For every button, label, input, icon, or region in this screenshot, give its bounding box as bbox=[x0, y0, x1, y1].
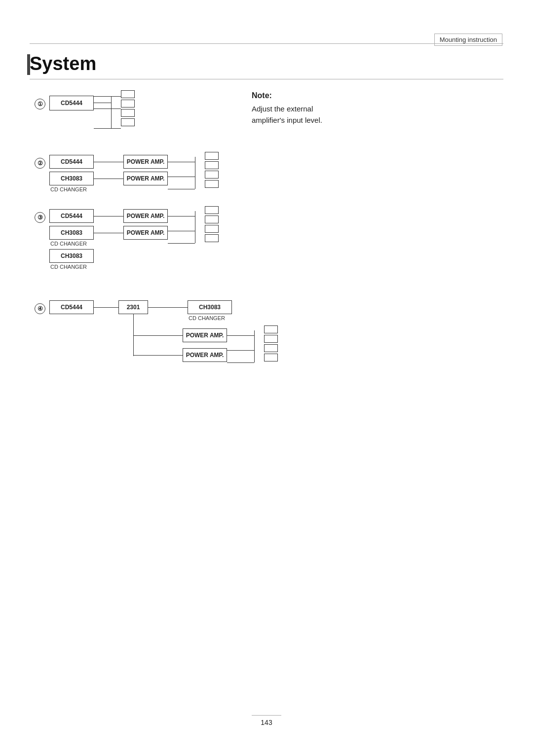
box-cd5444-1: CD5444 bbox=[49, 96, 94, 110]
speaker-rect bbox=[205, 216, 219, 223]
section-underline bbox=[30, 79, 503, 79]
box-cd5444-2a: CD5444 bbox=[49, 155, 94, 169]
line-1a bbox=[94, 96, 121, 97]
box-power-amp-4b: POWER AMP. bbox=[183, 348, 227, 362]
speaker-rect bbox=[205, 161, 219, 169]
vline-4b bbox=[254, 330, 255, 362]
label-cd-changer-3b: CD CHANGER bbox=[50, 264, 87, 270]
line-4d bbox=[133, 355, 183, 356]
box-cd5444-4: CD5444 bbox=[49, 300, 94, 314]
speaker-2 bbox=[205, 152, 219, 188]
line-2a bbox=[94, 162, 123, 162]
speaker-rect bbox=[205, 206, 219, 214]
line-1b bbox=[94, 108, 121, 109]
box-ch3083-3a: CH3083 bbox=[49, 226, 94, 240]
line-3b bbox=[168, 216, 195, 216]
speaker-rect bbox=[121, 100, 135, 108]
label-cd-changer-4: CD CHANGER bbox=[189, 315, 225, 321]
circle-3: ③ bbox=[35, 212, 45, 223]
vline-1 bbox=[111, 96, 112, 128]
speaker-rect bbox=[205, 180, 219, 188]
box-cd5444-3a: CD5444 bbox=[49, 209, 94, 223]
line-1d bbox=[94, 128, 121, 129]
label-cd-changer-2: CD CHANGER bbox=[50, 186, 87, 192]
line-3d bbox=[168, 243, 195, 244]
line-3e bbox=[94, 233, 123, 233]
speaker-rect bbox=[205, 152, 219, 160]
circle-4: ④ bbox=[35, 303, 45, 314]
line-4a bbox=[94, 307, 118, 308]
page-title: System bbox=[30, 53, 96, 74]
label-cd-changer-3a: CD CHANGER bbox=[50, 241, 87, 247]
speaker-rect bbox=[264, 325, 278, 333]
line-4g bbox=[227, 362, 254, 363]
circle-2: ② bbox=[35, 158, 45, 169]
line-2d bbox=[168, 189, 195, 189]
speaker-rect bbox=[205, 225, 219, 233]
speaker-rect bbox=[264, 335, 278, 343]
line-2b bbox=[168, 162, 195, 162]
speaker-rect bbox=[121, 118, 135, 126]
speaker-rect bbox=[205, 234, 219, 242]
line-1c bbox=[94, 103, 111, 103]
vline-3 bbox=[195, 211, 195, 243]
circle-1: ① bbox=[35, 99, 45, 109]
speaker-3 bbox=[205, 206, 219, 242]
line-2c bbox=[168, 177, 195, 177]
page-number: 143 bbox=[252, 715, 281, 726]
line-3a bbox=[94, 216, 123, 216]
box-power-amp-2b: POWER AMP. bbox=[123, 172, 168, 185]
box-power-amp-2a: POWER AMP. bbox=[123, 155, 168, 169]
speaker-4a bbox=[264, 325, 278, 361]
box-2301: 2301 bbox=[118, 300, 148, 314]
speaker-rect bbox=[121, 90, 135, 98]
box-power-amp-4a: POWER AMP. bbox=[183, 328, 227, 342]
line-3c bbox=[168, 231, 195, 231]
line-2e bbox=[94, 179, 123, 179]
note-text: Adjust the external amplifier's input le… bbox=[252, 104, 322, 126]
speaker-rect bbox=[264, 354, 278, 361]
speaker-rect bbox=[121, 109, 135, 117]
line-4f bbox=[227, 350, 254, 351]
vline-2 bbox=[195, 157, 195, 189]
line-4c bbox=[133, 335, 183, 336]
line-4e bbox=[227, 335, 254, 336]
box-power-amp-3b: POWER AMP. bbox=[123, 226, 168, 240]
box-power-amp-3a: POWER AMP. bbox=[123, 209, 168, 223]
box-ch3083-2: CH3083 bbox=[49, 172, 94, 185]
speaker-1 bbox=[121, 90, 135, 126]
speaker-rect bbox=[205, 171, 219, 179]
box-ch3083-3b: CH3083 bbox=[49, 249, 94, 263]
header-label: Mounting instruction bbox=[434, 34, 502, 46]
speaker-rect bbox=[264, 344, 278, 352]
header-line bbox=[30, 43, 503, 44]
box-ch3083-4: CH3083 bbox=[188, 300, 232, 314]
note-label: Note: bbox=[252, 91, 272, 100]
line-4b bbox=[148, 307, 188, 308]
